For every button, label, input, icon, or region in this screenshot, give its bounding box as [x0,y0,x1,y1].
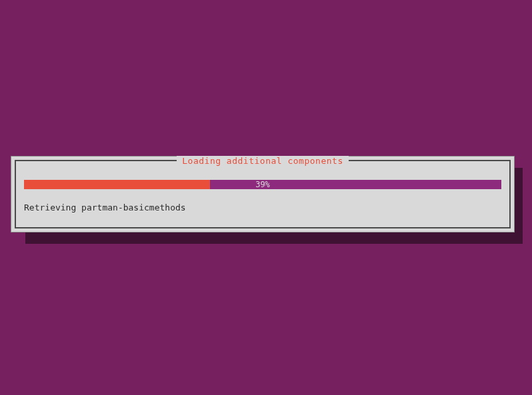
dialog-border: Loading additional components 39% Retrie… [15,160,511,228]
status-text: Retrieving partman-basicmethods [24,202,186,212]
dialog-title: Loading additional components [177,156,348,166]
title-wrapper: Loading additional components [16,156,509,166]
loading-dialog: Loading additional components 39% Retrie… [11,156,515,232]
progress-label: 39% [16,180,509,189]
